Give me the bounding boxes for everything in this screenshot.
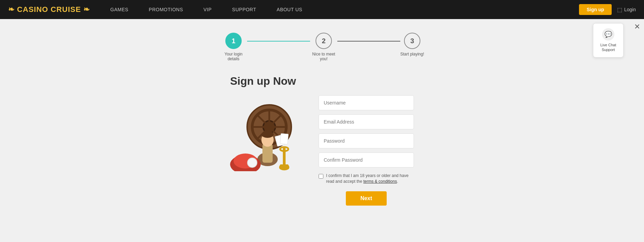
nav-promotions[interactable]: PROMOTIONS (149, 7, 183, 12)
chat-icon: 💬 (602, 28, 614, 41)
nav-games[interactable]: GAMES (110, 7, 128, 12)
login-icon: ⬚ (617, 6, 622, 13)
illustration-svg (230, 93, 305, 171)
nav-support[interactable]: SUPPORT (232, 7, 256, 12)
illustration (230, 93, 305, 171)
signup-title: Sign up Now (230, 75, 296, 87)
step-1: 1 Your login details (220, 33, 247, 61)
nav-about-us[interactable]: ABOUT US (277, 7, 302, 12)
step-3: 3 Start playing! (400, 33, 424, 57)
step-3-circle: 3 (404, 33, 420, 49)
step-2: 2 Nice to meet you! (310, 33, 337, 61)
terms-link[interactable]: terms & conditions (363, 179, 397, 184)
terms-row: I confirm that I am 18 years or older an… (319, 173, 414, 184)
form-left: Sign up Now (230, 75, 305, 171)
login-button[interactable]: ⬚ Login (617, 6, 636, 13)
confirm-password-input[interactable] (319, 152, 414, 167)
live-chat-label: Live Chat Support (599, 43, 618, 52)
username-input[interactable] (319, 95, 414, 110)
brand-logo[interactable]: ❧ CASINO CRUISE ❧ (8, 5, 90, 14)
stepper: 1 Your login details 2 Nice to meet you!… (220, 33, 424, 61)
main-content: 1 Your login details 2 Nice to meet you!… (0, 19, 644, 242)
signup-form: I confirm that I am 18 years or older an… (319, 95, 414, 206)
step-2-label: Nice to meet you! (310, 52, 337, 61)
next-button[interactable]: Next (346, 191, 387, 206)
nav-vip[interactable]: VIP (204, 7, 212, 12)
close-button[interactable]: × (634, 22, 640, 31)
password-input[interactable] (319, 133, 414, 148)
step-1-circle: 1 (225, 33, 242, 49)
step-1-label: Your login details (220, 52, 247, 61)
svg-point-10 (261, 131, 274, 138)
email-input[interactable] (319, 114, 414, 129)
terms-text: I confirm that I am 18 years or older an… (326, 173, 414, 184)
step-line-1-2 (247, 41, 310, 42)
step-line-2-3 (337, 41, 400, 42)
nav-links: GAMES PROMOTIONS VIP SUPPORT ABOUT US (110, 7, 579, 12)
step-2-circle: 2 (316, 33, 332, 49)
step-3-label: Start playing! (400, 52, 424, 57)
login-label: Login (624, 7, 636, 12)
navbar: ❧ CASINO CRUISE ❧ GAMES PROMOTIONS VIP S… (0, 0, 644, 19)
nav-right: Sign up ⬚ Login (579, 4, 636, 15)
svg-rect-17 (280, 133, 289, 144)
live-chat-widget[interactable]: 💬 Live Chat Support (593, 23, 624, 58)
signup-button[interactable]: Sign up (579, 4, 611, 15)
svg-point-13 (247, 158, 257, 167)
form-area: Sign up Now (230, 75, 414, 206)
svg-rect-8 (262, 144, 273, 163)
terms-checkbox[interactable] (319, 174, 323, 179)
